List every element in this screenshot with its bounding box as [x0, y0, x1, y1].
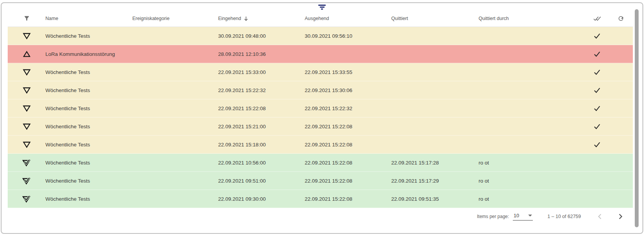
header-outgoing-label: Ausgehend [305, 16, 329, 21]
event-name: Wöchentliche Tests [45, 69, 132, 75]
event-acknowledged-by: ro ot [479, 196, 540, 202]
event-incoming-time: 22.09.2021 15:33:00 [218, 69, 305, 75]
event-state-cell [8, 51, 45, 57]
header-outgoing[interactable]: Ausgehend [305, 16, 391, 21]
chevron-left-icon [597, 213, 602, 220]
header-acknowledged-label: Quittiert [391, 16, 408, 21]
triangle-down-icon [23, 87, 31, 94]
filter-funnel-icon [23, 15, 30, 22]
event-outgoing-time: 22.09.2021 15:22:08 [305, 142, 391, 148]
table-body: Wöchentliche Tests 30.09.2021 09:48:00 3… [8, 27, 633, 208]
event-name: Wöchentliche Tests [45, 160, 132, 166]
event-acknowledged-time: 22.09.2021 15:17:28 [391, 160, 479, 166]
top-strip [2, 3, 642, 10]
triangle-down-icon [23, 69, 31, 76]
table-row[interactable]: LoRa Kommunikationsstörung 28.09.2021 12… [8, 45, 633, 63]
table-header-row: Name Ereigniskategorie Eingehend Ausgehe… [8, 10, 633, 27]
event-outgoing-time: 22.09.2021 15:22:08 [305, 178, 391, 184]
event-incoming-time: 28.09.2021 12:10:36 [218, 51, 305, 57]
paginator: Items per page: 10 1 – 10 of 62759 [2, 208, 642, 225]
triangle-down-icon [23, 33, 31, 39]
acknowledge-check-icon[interactable] [594, 51, 601, 57]
event-state-cell [8, 105, 45, 112]
acknowledge-check-icon[interactable] [594, 87, 601, 93]
header-category[interactable]: Ereigniskategorie [132, 16, 218, 21]
event-acknowledged-by: ro ot [479, 160, 540, 166]
table-row[interactable]: Wöchentliche Tests 22.09.2021 15:21:00 2… [8, 118, 633, 136]
table-row[interactable]: Wöchentliche Tests 22.09.2021 09:30:00 2… [8, 190, 633, 208]
event-acknowledged-time: 22.09.2021 09:51:35 [391, 196, 479, 202]
event-name: Wöchentliche Tests [45, 124, 132, 129]
header-incoming[interactable]: Eingehend [218, 15, 305, 21]
done-all-icon[interactable] [585, 16, 609, 21]
header-name[interactable]: Name [45, 16, 132, 21]
alarm-table-card: Name Ereigniskategorie Eingehend Ausgehe… [1, 2, 643, 234]
filter-list-icon[interactable] [318, 4, 326, 10]
event-state-cell [8, 159, 45, 166]
table-row[interactable]: Wöchentliche Tests 22.09.2021 15:22:08 2… [8, 99, 633, 118]
done-all-icon [593, 16, 601, 21]
event-name: Wöchentliche Tests [45, 87, 132, 93]
triangle-down-icon [23, 123, 31, 130]
event-incoming-time: 30.09.2021 09:48:00 [218, 33, 305, 39]
table-row[interactable]: Wöchentliche Tests 22.09.2021 15:18:00 2… [8, 136, 633, 154]
table-row[interactable]: Wöchentliche Tests 30.09.2021 09:48:00 3… [8, 27, 633, 45]
event-outgoing-time: 30.09.2021 09:56:10 [305, 33, 391, 39]
acknowledge-check-icon[interactable] [594, 105, 601, 111]
event-state-cell [8, 177, 45, 185]
event-name: Wöchentliche Tests [45, 178, 132, 184]
event-incoming-time: 22.09.2021 15:18:00 [218, 142, 305, 148]
event-state-cell [8, 195, 45, 203]
event-outgoing-time: 22.09.2021 15:22:08 [305, 124, 391, 129]
previous-page-button[interactable] [593, 210, 606, 223]
triangle-down-check-icon [22, 195, 31, 203]
page-size-select[interactable]: 10 [513, 213, 533, 221]
header-acknowledged-by[interactable]: Quittiert durch [479, 16, 540, 21]
event-outgoing-time: 22.09.2021 15:22:08 [305, 160, 391, 166]
acknowledge-check-icon[interactable] [594, 123, 601, 129]
event-name: LoRa Kommunikationsstörung [45, 51, 132, 57]
event-outgoing-time: 22.09.2021 15:22:32 [305, 106, 391, 111]
scrollbar-thumb[interactable] [635, 9, 639, 227]
event-state-cell [8, 87, 45, 94]
event-acknowledged-by: ro ot [479, 178, 540, 184]
header-category-label: Ereigniskategorie [132, 16, 170, 21]
header-incoming-label: Eingehend [218, 16, 241, 21]
header-name-label: Name [45, 16, 58, 21]
event-outgoing-time: 22.09.2021 15:22:08 [305, 196, 391, 202]
refresh-icon [617, 15, 624, 22]
event-acknowledged-time: 22.09.2021 15:17:29 [391, 178, 479, 184]
next-page-button[interactable] [614, 210, 627, 223]
event-state-cell [8, 33, 45, 39]
triangle-down-check-icon [22, 159, 31, 166]
page-size-value: 10 [514, 213, 519, 218]
triangle-up-icon [23, 51, 30, 57]
filter-funnel-icon[interactable] [8, 15, 45, 22]
triangle-down-check-icon [22, 177, 31, 185]
event-incoming-time: 22.09.2021 10:56:00 [218, 160, 305, 166]
table-row[interactable]: Wöchentliche Tests 22.09.2021 09:51:00 2… [8, 172, 633, 190]
items-per-page-label: Items per page: [477, 214, 509, 219]
scrollbar-track[interactable] [634, 5, 639, 232]
event-incoming-time: 22.09.2021 15:22:08 [218, 106, 305, 111]
acknowledge-check-icon[interactable] [594, 33, 601, 39]
arrow-drop-down-icon [528, 215, 532, 217]
header-acknowledged[interactable]: Quittiert [391, 16, 479, 21]
acknowledge-check-icon[interactable] [594, 141, 601, 148]
table-row[interactable]: Wöchentliche Tests 22.09.2021 15:33:00 2… [8, 63, 633, 81]
event-state-cell [8, 141, 45, 148]
event-name: Wöchentliche Tests [45, 142, 132, 148]
table-row[interactable]: Wöchentliche Tests 22.09.2021 15:22:32 2… [8, 81, 633, 99]
event-state-cell [8, 69, 45, 76]
event-incoming-time: 22.09.2021 15:21:00 [218, 124, 305, 129]
event-name: Wöchentliche Tests [45, 33, 132, 39]
arrow-downward-icon [244, 16, 248, 21]
event-state-cell [8, 123, 45, 130]
table-row[interactable]: Wöchentliche Tests 22.09.2021 10:56:00 2… [8, 154, 633, 172]
event-outgoing-time: 22.09.2021 15:33:55 [305, 69, 391, 75]
refresh-icon[interactable] [609, 15, 633, 22]
triangle-down-icon [23, 105, 31, 112]
event-incoming-time: 22.09.2021 09:30:00 [218, 196, 305, 202]
paginator-range-label: 1 – 10 of 62759 [547, 214, 581, 219]
acknowledge-check-icon[interactable] [594, 69, 601, 75]
